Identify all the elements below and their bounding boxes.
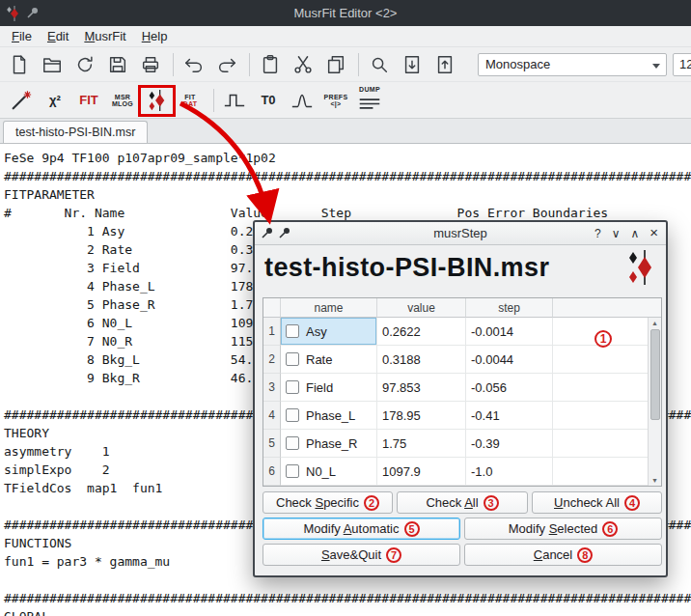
search-button[interactable] xyxy=(364,50,395,79)
cut-button[interactable] xyxy=(288,50,318,79)
check-all-button[interactable]: Check All 3 xyxy=(397,491,528,514)
paste-icon xyxy=(260,54,281,75)
pin-icon[interactable] xyxy=(261,227,273,239)
pin-icon[interactable] xyxy=(278,227,290,239)
font-family-value: Monospace xyxy=(479,57,550,71)
new-document-button[interactable] xyxy=(4,50,35,79)
cell-value[interactable]: 0.2622 xyxy=(377,318,466,346)
column-header-name[interactable]: name xyxy=(281,298,377,318)
window-titlebar[interactable]: MusrFit Editor <2> xyxy=(0,0,691,26)
musr-view-button[interactable] xyxy=(219,86,250,115)
musrfit-chisq-button[interactable]: χ² xyxy=(40,86,70,115)
row-number: 1 xyxy=(263,318,281,346)
unshade-button[interactable]: ∧ xyxy=(630,227,639,240)
menu-musrfit[interactable]: MusrFit xyxy=(76,27,133,45)
cell-name[interactable]: Phase_L xyxy=(281,402,377,430)
row-checkbox[interactable] xyxy=(286,464,299,478)
menu-file[interactable]: File xyxy=(4,27,40,45)
redo-icon xyxy=(216,54,237,75)
row-number: 5 xyxy=(263,430,281,458)
tab-msr-file[interactable]: test-histo-PSI-BIN.msr xyxy=(3,121,148,143)
cell-name[interactable]: Asy xyxy=(281,318,377,346)
shade-button[interactable]: ∨ xyxy=(612,227,621,240)
cell-step[interactable]: -0.41 xyxy=(466,402,553,430)
cell-step[interactable]: -1.0 xyxy=(466,458,553,486)
print-button[interactable] xyxy=(135,50,166,79)
row-checkbox[interactable] xyxy=(286,380,299,394)
app-icon xyxy=(6,6,19,21)
copy-button[interactable] xyxy=(320,50,351,79)
cell-step[interactable]: -0.056 xyxy=(466,374,553,402)
paste-button[interactable] xyxy=(255,50,286,79)
dump-icon xyxy=(358,93,381,115)
table-row: 3 Field 97.853 -0.056 xyxy=(263,374,661,402)
annotation-circle-4: 4 xyxy=(624,495,640,511)
save-button[interactable] xyxy=(102,50,133,79)
save-quit-button[interactable]: Save&Quit 7 xyxy=(263,544,460,566)
cell-value[interactable]: 1.75 xyxy=(377,430,466,458)
pin-icon[interactable] xyxy=(26,7,39,19)
find-next-button[interactable] xyxy=(397,50,428,79)
check-specific-button[interactable]: Check Specific 2 xyxy=(263,491,393,514)
musrfit-fit-button[interactable]: FIT xyxy=(73,86,104,115)
musr-dump-button[interactable]: DUMP xyxy=(354,86,385,115)
row-checkbox[interactable] xyxy=(286,324,299,338)
help-button[interactable]: ? xyxy=(594,227,601,240)
row-checkbox[interactable] xyxy=(286,352,299,366)
swap-msr-mlog-button[interactable]: MSR MLOG xyxy=(107,86,138,115)
cell-empty xyxy=(553,374,661,402)
menubar: File Edit MusrFit Help xyxy=(0,26,691,47)
main-toolbar: Monospace 12 xyxy=(0,47,691,82)
find-prev-button[interactable] xyxy=(429,50,460,79)
cell-value[interactable]: 178.95 xyxy=(377,402,466,430)
cell-step[interactable]: -0.0044 xyxy=(466,346,553,374)
uncheck-all-button[interactable]: Uncheck All 4 xyxy=(532,491,662,514)
modify-automatic-button[interactable]: Modify Automatic 5 xyxy=(263,518,460,540)
scrollbar-thumb[interactable] xyxy=(650,329,660,420)
cell-name[interactable]: Rate xyxy=(281,346,377,374)
cell-name[interactable]: N0_L xyxy=(281,458,377,486)
column-header-step[interactable]: step xyxy=(466,298,553,318)
table-row: 2 Rate 0.3188 -0.0044 xyxy=(263,346,661,374)
close-button[interactable]: × xyxy=(650,227,658,240)
cell-value[interactable]: 1097.9 xyxy=(377,458,466,486)
musr-wizard-button[interactable] xyxy=(6,86,37,115)
print-icon xyxy=(140,54,161,75)
dialog-titlebar[interactable]: musrStep ? ∨ ∧ × xyxy=(255,222,666,245)
scroll-down-icon[interactable]: ▼ xyxy=(651,475,658,486)
prefs-label: PREFS xyxy=(324,94,348,100)
undo-icon xyxy=(183,54,205,75)
menu-help[interactable]: Help xyxy=(134,27,176,45)
cell-step[interactable]: -0.0014 xyxy=(466,318,553,346)
font-size-spinbox[interactable]: 12 xyxy=(673,53,691,76)
cell-step[interactable]: -0.39 xyxy=(466,430,553,458)
cancel-button[interactable]: Cancel 8 xyxy=(464,544,662,566)
cell-name[interactable]: Phase_R xyxy=(281,430,377,458)
musr-prefs-button[interactable]: PREFS <|> xyxy=(320,86,351,115)
modify-selected-button[interactable]: Modify Selected 6 xyxy=(464,518,662,540)
undo-button[interactable] xyxy=(179,50,209,79)
open-file-button[interactable] xyxy=(37,50,68,79)
scroll-up-icon[interactable]: ▲ xyxy=(651,318,658,328)
cell-value[interactable]: 0.3188 xyxy=(377,346,466,374)
reload-button[interactable] xyxy=(69,50,100,79)
column-header-value[interactable]: value xyxy=(377,298,466,318)
redo-button[interactable] xyxy=(211,50,242,79)
cell-value[interactable]: 97.853 xyxy=(377,374,466,402)
row-number: 2 xyxy=(263,346,281,374)
menu-edit[interactable]: Edit xyxy=(40,27,76,45)
row-checkbox[interactable] xyxy=(286,436,299,450)
row-checkbox[interactable] xyxy=(286,408,299,422)
font-family-combobox[interactable]: Monospace xyxy=(478,53,667,76)
musrfit-toolbar: χ² FIT MSR MLOG FIT DAT T0 xyxy=(0,82,691,119)
chevron-down-icon xyxy=(652,64,660,69)
cell-name[interactable]: Field xyxy=(281,374,377,402)
cell-empty xyxy=(553,402,661,430)
musr-t0-button[interactable]: T0 xyxy=(253,86,284,115)
mlog-label: MLOG xyxy=(112,100,133,107)
annotation-highlight-box xyxy=(138,85,176,117)
musr-ft-button[interactable] xyxy=(287,86,318,115)
msr2data-button[interactable]: FIT DAT xyxy=(175,86,206,115)
table-scrollbar[interactable]: ▲ ▼ xyxy=(648,318,661,486)
prefs-sub-label: <|> xyxy=(330,100,341,107)
